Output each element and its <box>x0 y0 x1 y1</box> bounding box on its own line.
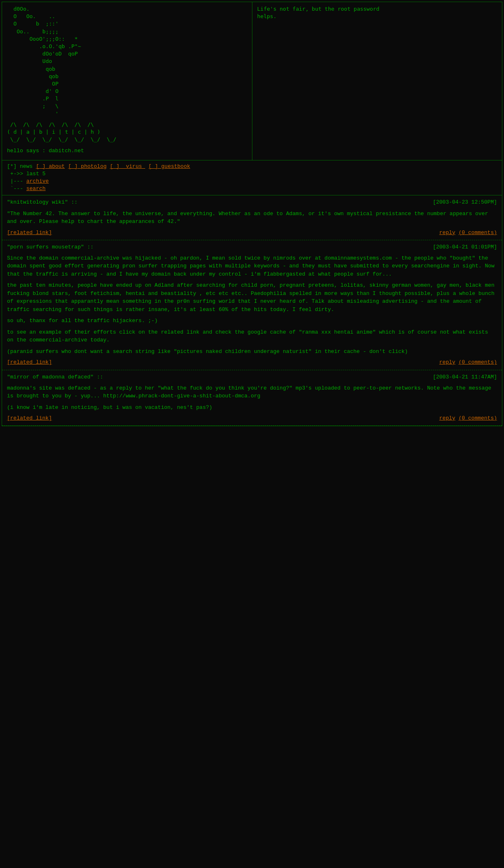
post-3-date: [2003-04-21 11:47AM] <box>433 374 497 381</box>
nav-section: [*] news [ ] about [ ] photolog [ ] _vir… <box>2 160 502 196</box>
ascii-banner: /\ /\ /\ /\ /\ /\ /\ ( d | a | b | i | t… <box>7 121 247 144</box>
post-3-body: madonna's site was defaced - as a reply … <box>7 384 497 412</box>
post-3-related-link[interactable]: [related link] <box>7 415 52 422</box>
post-2-body: Since the domain commercial-archive was … <box>7 254 497 356</box>
post-2-paragraph: the past ten minutes, people have ended … <box>7 281 497 313</box>
post-1: "knitwitology wiki" :: [2003-04-23 12:50… <box>2 195 502 240</box>
post-3-header: "mirror of madonna defaced" :: [2003-04-… <box>7 374 497 381</box>
nav-archive-link[interactable]: archive <box>26 178 49 184</box>
header-section: d0Oo. O Oo. .. O b ;::' Oo.. b;;;; OooO'… <box>2 2 502 160</box>
post-2-date: [2003-04-21 01:01PM] <box>433 244 497 251</box>
header-left: d0Oo. O Oo. .. O b ;::' Oo.. b;;;; OooO'… <box>2 2 252 160</box>
post-2-reply-link[interactable]: reply <box>439 359 455 365</box>
nav-search-link[interactable]: search <box>26 186 46 192</box>
nav-sub-section: +->> last 5 |--- archive `--- search <box>7 170 497 193</box>
post-1-footer: [related link] reply (0 comments) <box>7 229 497 237</box>
post-3-paragraph: madonna's site was defaced - as a reply … <box>7 384 497 400</box>
header-right-text: Life's not fair, but the root password h… <box>257 5 497 20</box>
nav-archive-row: |--- archive <box>10 178 497 185</box>
header-right: Life's not fair, but the root password h… <box>252 2 502 160</box>
ascii-logo: d0Oo. O Oo. .. O b ;::' Oo.. b;;;; OooO'… <box>7 5 247 118</box>
nav-photolog-link[interactable]: [ ] photolog <box>68 163 107 170</box>
main-container: d0Oo. O Oo. .. O b ;::' Oo.. b;;;; OooO'… <box>2 2 502 426</box>
post-3-reply-area: reply (0 comments) <box>439 415 497 422</box>
nav-search-row: `--- search <box>10 185 497 193</box>
post-2-related-link[interactable]: [related link] <box>7 359 52 366</box>
nav-about-link[interactable]: [ ] about <box>36 163 65 170</box>
post-2-reply-area: reply (0 comments) <box>439 359 497 366</box>
post-2-paragraph: (paranid surfers who dont want a search … <box>7 348 497 356</box>
post-2-comments-link[interactable]: (0 comments) <box>458 359 497 365</box>
post-2-header: "porn surfers mousetrap" :: [2003-04-21 … <box>7 244 497 251</box>
nav-virus-link[interactable]: [ ] _virus_ <box>110 163 145 170</box>
post-1-header: "knitwitology wiki" :: [2003-04-23 12:50… <box>7 199 497 206</box>
post-3-title: "mirror of madonna defaced" :: <box>7 374 103 381</box>
post-2-paragraph: to see an example of their efforts click… <box>7 328 497 344</box>
post-1-reply-link[interactable]: reply <box>439 230 455 236</box>
post-1-body: "The Number 42. The answer to life, the … <box>7 210 497 226</box>
post-2-footer: [related link] reply (0 comments) <box>7 359 497 366</box>
nav-guestbook-link[interactable]: [ ] guestbook <box>148 163 190 170</box>
post-2: "porn surfers mousetrap" :: [2003-04-21 … <box>2 240 502 370</box>
post-2-paragraph: so uh, thanx for all the traffic hijacke… <box>7 317 497 325</box>
nav-last5: +->> last 5 <box>10 170 497 178</box>
post-1-related-link[interactable]: [related link] <box>7 229 52 237</box>
post-1-title: "knitwitology wiki" :: <box>7 199 78 206</box>
hello-text: hello says : dabitch.net <box>7 146 247 156</box>
post-3: "mirror of madonna defaced" :: [2003-04-… <box>2 370 502 426</box>
post-3-comments-link[interactable]: (0 comments) <box>458 415 497 421</box>
post-3-paragraph: (i know i'm late in noticing, but i was … <box>7 404 497 412</box>
post-1-reply-area: reply (0 comments) <box>439 229 497 237</box>
post-1-date: [2003-04-23 12:50PM] <box>433 199 497 206</box>
post-1-comments-link[interactable]: (0 comments) <box>458 230 497 236</box>
post-3-reply-link[interactable]: reply <box>439 415 455 421</box>
post-2-title: "porn surfers mousetrap" :: <box>7 244 94 251</box>
post-2-paragraph: Since the domain commercial-archive was … <box>7 254 497 279</box>
nav-row-main: [*] news [ ] about [ ] photolog [ ] _vir… <box>7 163 497 170</box>
post-3-footer: [related link] reply (0 comments) <box>7 415 497 422</box>
nav-news-label: [*] news <box>7 163 32 170</box>
